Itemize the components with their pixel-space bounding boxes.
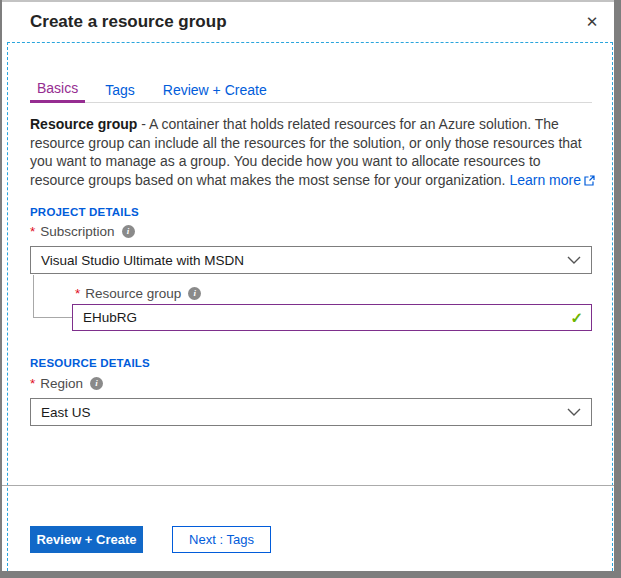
subscription-value: Visual Studio Ultimate with MSDN <box>41 253 244 268</box>
tab-basics[interactable]: Basics <box>30 80 85 103</box>
review-create-button[interactable]: Review + Create <box>30 526 143 553</box>
footer-divider <box>0 485 614 486</box>
next-tags-button[interactable]: Next : Tags <box>172 526 271 553</box>
tab-bar: Basics Tags Review + Create <box>30 80 267 103</box>
tree-connector-vertical <box>33 275 34 317</box>
chevron-down-icon <box>567 408 581 417</box>
required-asterisk: * <box>30 224 35 239</box>
region-value: East US <box>41 405 91 420</box>
page-title: Create a resource group <box>30 12 227 32</box>
tab-review-create[interactable]: Review + Create <box>163 82 267 103</box>
required-asterisk: * <box>75 286 80 301</box>
info-icon[interactable]: i <box>188 287 201 300</box>
tab-tags[interactable]: Tags <box>105 82 135 103</box>
region-label: * Region i <box>30 376 103 391</box>
window-frame-bottom <box>0 571 621 578</box>
window-frame-right <box>614 0 621 578</box>
window-frame-left <box>0 0 2 578</box>
info-icon[interactable]: i <box>122 225 135 238</box>
learn-more-link[interactable]: Learn more <box>509 172 581 188</box>
tree-connector-horizontal <box>33 317 72 318</box>
resource-group-description: Resource group - A container that holds … <box>30 115 596 190</box>
window-frame-top <box>0 0 621 2</box>
close-icon[interactable]: ✕ <box>583 13 601 31</box>
create-resource-group-dialog: Create a resource group ✕ Basics Tags Re… <box>0 0 621 578</box>
resource-group-field: ✓ <box>72 304 592 331</box>
resource-group-label: * Resource group i <box>75 286 201 301</box>
project-details-header: PROJECT DETAILS <box>30 206 139 218</box>
subscription-dropdown[interactable]: Visual Studio Ultimate with MSDN <box>30 246 592 274</box>
description-lead: Resource group <box>30 116 137 132</box>
region-dropdown[interactable]: East US <box>30 398 592 426</box>
required-asterisk: * <box>30 376 35 391</box>
resource-details-header: RESOURCE DETAILS <box>30 357 150 369</box>
resource-group-input[interactable] <box>72 304 592 331</box>
chevron-down-icon <box>567 256 581 265</box>
info-icon[interactable]: i <box>90 377 103 390</box>
external-link-icon <box>584 172 595 191</box>
subscription-label: * Subscription i <box>30 224 135 239</box>
